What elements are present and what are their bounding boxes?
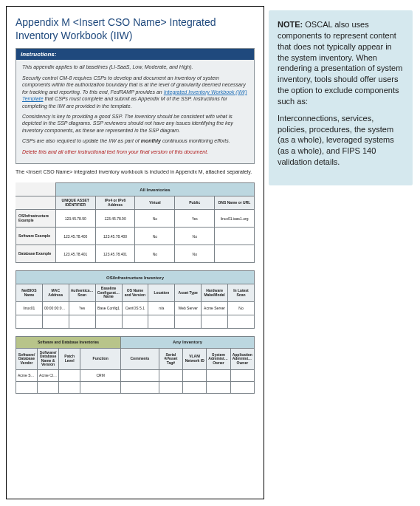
table-row: Acme Software Acme CloudApp v1.0 CRM xyxy=(16,369,255,381)
instructions-p1: This appendix applies to all baselines (… xyxy=(22,64,248,70)
software-database-table: Software and Database Inventories Any In… xyxy=(16,336,255,394)
os-infrastructure-title: OS/Infrastructure Inventory xyxy=(16,271,255,284)
instructions-p4: CSPs are also required to update the IIW… xyxy=(22,137,248,144)
instructions-box: Instructions: This appendix applies to a… xyxy=(16,48,255,164)
table-row: OS/Infrastructure Example 123.45.78.90 1… xyxy=(16,210,255,228)
instructions-p2: Security control CM-8 requires CSPs to d… xyxy=(22,75,248,109)
appendix-title: Appendix M <Insert CSO Name> Integrated … xyxy=(16,16,255,42)
document-page: Appendix M <Insert CSO Name> Integrated … xyxy=(6,6,264,499)
instructions-body: This appendix applies to all baselines (… xyxy=(16,60,254,163)
os-infrastructure-table: OS/Infrastructure Inventory NetBIOS Name… xyxy=(16,270,255,329)
table-row: Software Example 123.45.78.400 123.45.78… xyxy=(16,228,255,245)
instructions-p3: Consistency is key to providing a good S… xyxy=(22,113,248,134)
all-inventories-title: All Inventories xyxy=(55,183,254,196)
table-row xyxy=(16,315,255,328)
all-inventories-table: All Inventories UNIQUE ASSET IDENTIFIER … xyxy=(16,182,255,263)
table-row xyxy=(16,381,255,393)
note-p2: Interconnections, services, policies, pr… xyxy=(278,113,404,168)
table-row: Database Example 123.45.78.401 123.45.78… xyxy=(16,245,255,263)
table-row: linux01 00:00:00:00:00 Yes Base Config1 … xyxy=(16,301,255,315)
instructions-delete-note: Delete this and all other instructional … xyxy=(22,148,248,155)
body-text: The <Insert CSO Name> integrated invento… xyxy=(16,168,255,175)
software-db-title: Software and Database Inventories xyxy=(16,336,121,348)
note-callout: NOTE: OSCAL also uses components to repr… xyxy=(269,10,413,185)
note-p1: NOTE: OSCAL also uses components to repr… xyxy=(278,19,404,107)
instructions-header: Instructions: xyxy=(16,49,254,60)
any-inventory-title: Any Inventory xyxy=(121,336,255,348)
